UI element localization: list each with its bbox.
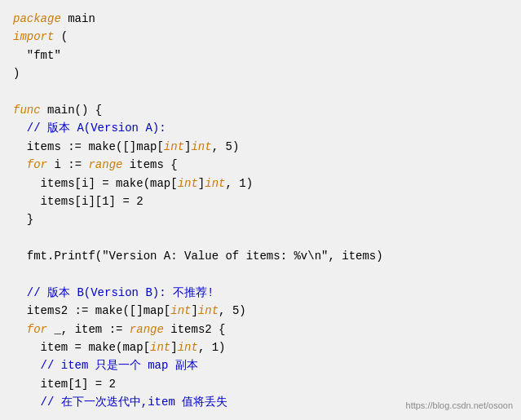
keyword: int	[170, 304, 191, 317]
comment: // 版本 A(Version A):	[13, 122, 166, 135]
keyword: int	[191, 140, 211, 153]
code-line	[13, 265, 508, 283]
keyword: package	[13, 12, 61, 25]
code-line: import (	[13, 28, 508, 46]
code-line	[13, 229, 508, 247]
comment: // 在下一次迭代中,item 值将丢失	[13, 396, 227, 409]
code-line: items2 := make([]map[int]int, 5)	[13, 302, 508, 320]
keyword: int	[178, 341, 198, 354]
code-line: item = make(map[int]int, 1)	[13, 338, 508, 356]
keyword: for	[27, 158, 47, 171]
code-line: )	[13, 64, 508, 82]
code-line: fmt.Printf("Version A: Value of items: %…	[13, 247, 508, 265]
code-line: // item 只是一个 map 副本	[13, 356, 508, 374]
code-line: items[i][1] = 2	[13, 192, 508, 210]
keyword: int	[178, 177, 198, 190]
keyword: int	[150, 341, 170, 354]
keyword: int	[198, 304, 219, 317]
keyword: int	[164, 140, 184, 153]
code-line: items := make([]map[int]int, 5)	[13, 138, 508, 156]
keyword: range	[130, 323, 164, 336]
comment: // item 只是一个 map 副本	[13, 359, 198, 372]
keyword: for	[27, 323, 47, 336]
keyword: int	[205, 177, 225, 190]
code-container: package main import ( "fmt" ) func main(…	[0, 0, 521, 420]
code-line: // 版本 B(Version B): 不推荐!	[13, 284, 508, 302]
keyword: range	[88, 158, 122, 171]
code-line: func main() {	[13, 101, 508, 119]
code-line: items[i] = make(map[int]int, 1)	[13, 175, 508, 192]
comment: // 版本 B(Version B): 不推荐!	[13, 286, 214, 299]
keyword: func	[13, 104, 41, 117]
code-line: item[1] = 2	[13, 375, 508, 393]
code-line: "fmt"	[13, 46, 508, 64]
code-line: }	[13, 210, 508, 228]
code-line: package main	[13, 10, 508, 28]
code-line: for i := range items {	[13, 156, 508, 174]
watermark: https://blog.csdn.net/osoon	[406, 399, 513, 413]
code-line	[13, 83, 508, 101]
code-line: for _, item := range items2 {	[13, 321, 508, 338]
code-line: // 版本 A(Version A):	[13, 119, 508, 137]
keyword: import	[13, 30, 54, 43]
